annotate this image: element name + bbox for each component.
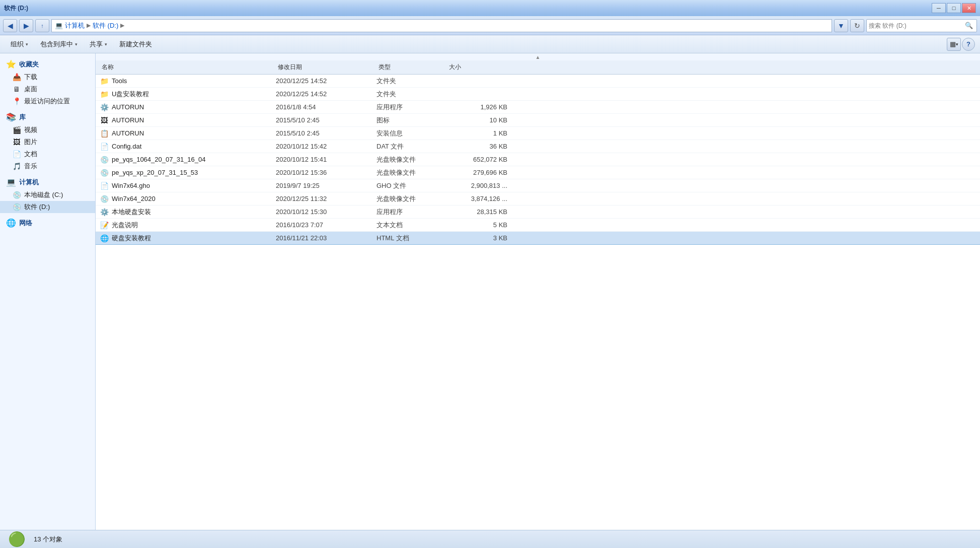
search-input[interactable] <box>869 22 963 29</box>
file-type-cell: 应用程序 <box>376 208 447 217</box>
file-icon: 💿 <box>100 168 109 177</box>
breadcrumb-computer-label[interactable]: 计算机 <box>65 21 85 30</box>
sidebar-item-downloads[interactable]: 📥 下载 <box>0 71 95 83</box>
table-row[interactable]: ⚙️ 本地硬盘安装 2020/10/12 15:30 应用程序 28,315 K… <box>96 206 980 219</box>
status-icon: 🟢 <box>8 531 26 547</box>
new-folder-button[interactable]: 新建文件夹 <box>114 37 158 51</box>
status-bar: 🟢 13 个对象 <box>0 530 980 548</box>
table-row[interactable]: 📋 AUTORUN 2015/5/10 2:45 安装信息 1 KB <box>96 127 980 140</box>
sidebar-section-computer: 💻 计算机 💿 本地磁盘 (C:) 💿 软件 (D:) <box>0 175 95 213</box>
sidebar-header-library[interactable]: 📚 库 <box>0 110 95 124</box>
organize-label: 组织 <box>11 40 24 49</box>
table-row[interactable]: 🖼 AUTORUN 2015/5/10 2:45 图标 10 KB <box>96 114 980 127</box>
computer-label: 计算机 <box>19 178 39 187</box>
file-name: AUTORUN <box>112 129 144 137</box>
share-button[interactable]: 共享 ▾ <box>84 37 113 51</box>
table-row[interactable]: 🌐 硬盘安装教程 2016/11/21 22:03 HTML 文档 3 KB <box>96 232 980 245</box>
sidebar-header-computer[interactable]: 💻 计算机 <box>0 175 95 189</box>
sidebar-item-recent[interactable]: 📍 最近访问的位置 <box>0 95 95 107</box>
file-icon: 📋 <box>100 129 109 138</box>
sidebar-item-drive-d[interactable]: 💿 软件 (D:) <box>0 201 95 213</box>
file-date-cell: 2016/1/8 4:54 <box>276 103 376 111</box>
up-button[interactable]: ↑ <box>35 19 49 32</box>
breadcrumb-drive-label[interactable]: 软件 (D:) <box>93 21 118 30</box>
music-label: 音乐 <box>24 162 37 171</box>
file-icon: 📝 <box>100 221 109 230</box>
table-row[interactable]: 💿 Win7x64_2020 2020/12/25 11:32 光盘映像文件 3… <box>96 192 980 206</box>
organize-arrow: ▾ <box>26 42 28 47</box>
file-icon: 💿 <box>100 155 109 164</box>
file-pane: ▲ 名称 修改日期 类型 大小 📁 Tools 2020/12/25 14:52… <box>96 53 980 530</box>
sidebar-item-desktop[interactable]: 🖥 桌面 <box>0 83 95 95</box>
drive-c-label: 本地磁盘 (C:) <box>24 190 63 199</box>
file-size-cell: 36 KB <box>447 143 512 150</box>
include-library-button[interactable]: 包含到库中 ▾ <box>35 37 83 51</box>
view-icon: ▦ <box>950 40 956 48</box>
sidebar-item-drive-c[interactable]: 💿 本地磁盘 (C:) <box>0 189 95 201</box>
column-header: 名称 修改日期 类型 大小 <box>96 60 980 75</box>
computer-icon: 💻 <box>6 177 16 187</box>
forward-button[interactable]: ▶ <box>19 19 33 32</box>
view-button[interactable]: ▦▾ <box>947 38 961 51</box>
back-button[interactable]: ◀ <box>3 19 17 32</box>
sidebar-item-docs[interactable]: 📄 文档 <box>0 148 95 160</box>
file-name: Win7x64_2020 <box>112 195 156 202</box>
table-row[interactable]: 📁 Tools 2020/12/25 14:52 文件夹 <box>96 75 980 88</box>
file-name-cell: ⚙️ AUTORUN <box>100 103 276 112</box>
organize-button[interactable]: 组织 ▾ <box>5 37 34 51</box>
library-icon: 📚 <box>6 112 16 122</box>
video-label: 视频 <box>24 125 37 134</box>
drive-d-label: 软件 (D:) <box>24 202 50 212</box>
library-label: 库 <box>19 113 26 122</box>
sidebar-section-network: 🌐 网络 <box>0 216 95 230</box>
refresh-button[interactable]: ↻ <box>850 19 864 32</box>
docs-label: 文档 <box>24 150 37 159</box>
window-title: 软件 (D:) <box>4 4 28 13</box>
search-icon[interactable]: 🔍 <box>963 20 974 31</box>
help-button[interactable]: ? <box>962 38 975 51</box>
file-name: Config.dat <box>112 143 141 150</box>
dropdown-button[interactable]: ▼ <box>834 19 848 32</box>
sidebar-header-favorites[interactable]: ⭐ 收藏夹 <box>0 57 95 71</box>
file-type-cell: 光盘映像文件 <box>376 168 447 177</box>
file-name-cell: ⚙️ 本地硬盘安装 <box>100 208 276 217</box>
table-row[interactable]: 📄 Win7x64.gho 2019/9/7 19:25 GHO 文件 2,90… <box>96 179 980 192</box>
sidebar-item-video[interactable]: 🎬 视频 <box>0 124 95 136</box>
sidebar: ⭐ 收藏夹 📥 下载 🖥 桌面 📍 最近访问的位置 📚 库 <box>0 53 96 530</box>
table-row[interactable]: 📄 Config.dat 2020/10/12 15:42 DAT 文件 36 … <box>96 140 980 153</box>
file-type-cell: 光盘映像文件 <box>376 194 447 203</box>
minimize-button[interactable]: ─ <box>932 3 946 13</box>
file-name: Win7x64.gho <box>112 182 150 189</box>
file-icon: 📄 <box>100 142 109 151</box>
file-type-cell: 安装信息 <box>376 129 447 138</box>
col-header-size[interactable]: 大小 <box>447 63 512 72</box>
file-size-cell: 1,926 KB <box>447 103 512 111</box>
sidebar-item-music[interactable]: 🎵 音乐 <box>0 160 95 172</box>
file-type-cell: 光盘映像文件 <box>376 155 447 164</box>
file-type-cell: GHO 文件 <box>376 181 447 190</box>
docs-icon: 📄 <box>12 150 21 159</box>
file-icon: ⚙️ <box>100 208 109 217</box>
col-header-name[interactable]: 名称 <box>100 63 276 72</box>
close-button[interactable]: ✕ <box>962 3 976 13</box>
breadcrumb-computer-icon: 💻 <box>55 22 63 29</box>
desktop-icon: 🖥 <box>12 85 21 94</box>
table-row[interactable]: 📁 U盘安装教程 2020/12/25 14:52 文件夹 <box>96 88 980 101</box>
search-bar: 🔍 <box>866 19 977 32</box>
sidebar-item-image[interactable]: 🖼 图片 <box>0 136 95 148</box>
file-name-cell: 📁 Tools <box>100 77 276 86</box>
file-date-cell: 2016/10/23 7:07 <box>276 221 376 229</box>
file-date-cell: 2015/5/10 2:45 <box>276 116 376 124</box>
sidebar-header-network[interactable]: 🌐 网络 <box>0 216 95 230</box>
col-header-modified[interactable]: 修改日期 <box>276 63 376 72</box>
scroll-arrow-up[interactable]: ▲ <box>96 53 980 60</box>
table-row[interactable]: ⚙️ AUTORUN 2016/1/8 4:54 应用程序 1,926 KB <box>96 101 980 114</box>
table-row[interactable]: 💿 pe_yqs_xp_20_07_31_15_53 2020/10/12 15… <box>96 166 980 179</box>
col-header-type[interactable]: 类型 <box>376 63 447 72</box>
breadcrumb[interactable]: 💻 计算机 ▶ 软件 (D:) ▶ <box>51 19 832 32</box>
table-row[interactable]: 📝 光盘说明 2016/10/23 7:07 文本文档 5 KB <box>96 219 980 232</box>
maximize-button[interactable]: □ <box>947 3 961 13</box>
table-row[interactable]: 💿 pe_yqs_1064_20_07_31_16_04 2020/10/12 … <box>96 153 980 166</box>
file-name-cell: 💿 Win7x64_2020 <box>100 194 276 203</box>
favorites-label: 收藏夹 <box>19 60 39 69</box>
